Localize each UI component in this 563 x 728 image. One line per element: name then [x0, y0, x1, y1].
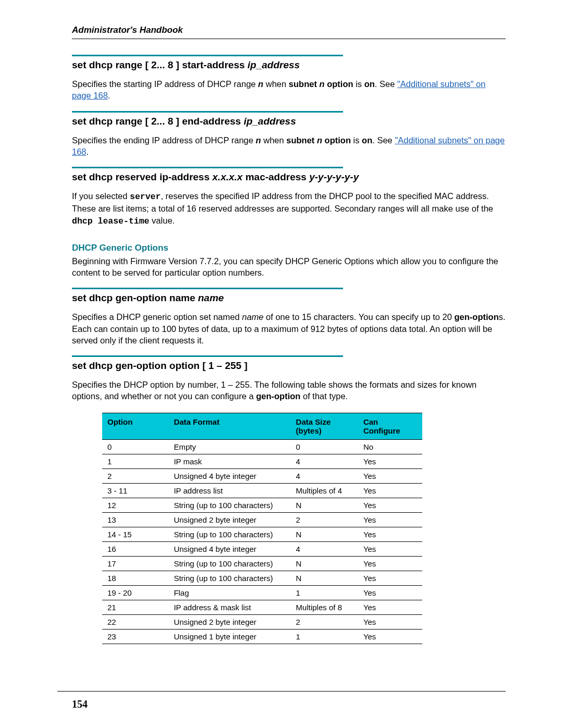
- table-cell: 12: [102, 498, 168, 512]
- page: Administrator's Handbook set dhcp range …: [0, 0, 563, 728]
- table-cell: 2: [291, 512, 358, 527]
- table-cell: Unsigned 4 byte integer: [168, 541, 290, 556]
- cmd-heading-gen-name: set dhcp gen-option name name: [72, 292, 506, 304]
- table-cell: 1: [291, 585, 358, 600]
- table-cell: Unsigned 2 byte integer: [168, 512, 290, 527]
- table-row: 19 - 20Flag1Yes: [102, 585, 422, 600]
- text: name: [242, 312, 263, 322]
- table-row: 3 - 11IP address listMultiples of 4Yes: [102, 483, 422, 498]
- text: Specifies a DHCP generic option set name…: [72, 312, 242, 322]
- cmd-arg: x.x.x.x: [212, 171, 242, 182]
- table-cell: 4: [291, 454, 358, 468]
- text: value.: [150, 216, 175, 225]
- table-row: 1IP mask4Yes: [102, 454, 422, 468]
- table-cell: N: [291, 498, 358, 512]
- section-rule: [72, 111, 343, 113]
- table-cell: Yes: [358, 468, 422, 483]
- text: .: [87, 147, 89, 156]
- table-cell: 0: [102, 439, 168, 454]
- th-can-configure: CanConfigure: [358, 413, 422, 439]
- text: is: [353, 79, 364, 89]
- text: subnet: [286, 135, 317, 145]
- table-cell: 23: [102, 629, 168, 644]
- cmd-text: set dhcp range [ 2... 8 ] end-address: [72, 116, 243, 127]
- table-row: 18String (up to 100 characters)NYes: [102, 571, 422, 585]
- table-cell: 19 - 20: [102, 585, 168, 600]
- cmd-text: set dhcp range [ 2... 8 ] start-address: [72, 59, 248, 70]
- table-row: 17String (up to 100 characters)NYes: [102, 556, 422, 571]
- table-cell: N: [291, 527, 358, 541]
- table-cell: IP mask: [168, 454, 290, 468]
- text: n: [258, 79, 263, 89]
- table-row: 12String (up to 100 characters)NYes: [102, 498, 422, 512]
- text: If you selected: [72, 191, 130, 201]
- table-cell: 1: [102, 454, 168, 468]
- text: when: [261, 135, 287, 145]
- table-cell: Yes: [358, 483, 422, 498]
- footer-rule: [57, 691, 506, 692]
- cmd-text: set dhcp gen-option name: [72, 292, 198, 303]
- text: gen-option: [455, 312, 499, 322]
- th-data-size: Data Size(bytes): [291, 413, 358, 439]
- section-rule: [72, 55, 343, 56]
- text: on: [362, 135, 372, 145]
- text: on: [364, 79, 375, 89]
- table-body: 0Empty0No1IP mask4Yes2Unsigned 4 byte in…: [102, 439, 422, 644]
- options-table-wrap: Option Data Format Data Size(bytes) CanC…: [102, 413, 422, 644]
- options-table: Option Data Format Data Size(bytes) CanC…: [102, 413, 422, 644]
- text: Specifies the starting IP address of DHC…: [72, 79, 258, 89]
- text: is: [351, 135, 362, 145]
- section-rule: [72, 288, 343, 289]
- text: when: [263, 79, 289, 89]
- cmd-text: set dhcp reserved ip-address: [72, 171, 212, 182]
- table-cell: Yes: [358, 527, 422, 541]
- table-cell: Yes: [358, 454, 422, 468]
- cmd-heading-reserved: set dhcp reserved ip-address x.x.x.x mac…: [72, 171, 506, 183]
- table-cell: 21: [102, 600, 168, 614]
- cmd-heading-gen-option: set dhcp gen-option option [ 1 – 255 ]: [72, 360, 506, 372]
- table-cell: 17: [102, 556, 168, 571]
- table-row: 14 - 15String (up to 100 characters)NYes: [102, 527, 422, 541]
- table-cell: No: [358, 439, 422, 454]
- table-row: 13Unsigned 2 byte integer2Yes: [102, 512, 422, 527]
- cmd-text: mac-address: [242, 171, 309, 182]
- text: . See: [372, 135, 395, 145]
- text: n: [256, 135, 261, 145]
- page-number: 154: [72, 698, 88, 710]
- body-paragraph: Beginning with Firmware Version 7.7.2, y…: [72, 255, 506, 279]
- cmd-heading-end-address: set dhcp range [ 2... 8 ] end-address ip…: [72, 116, 506, 127]
- table-cell: String (up to 100 characters): [168, 556, 290, 571]
- text: n: [319, 79, 324, 89]
- table-cell: Unsigned 1 byte integer: [168, 629, 290, 644]
- th-option: Option: [102, 413, 168, 439]
- table-cell: IP address list: [168, 483, 290, 498]
- text: Specifies the ending IP address of DHCP …: [72, 135, 256, 145]
- table-cell: IP address & mask list: [168, 600, 290, 614]
- text: option: [325, 79, 353, 89]
- text: n: [317, 135, 322, 145]
- table-cell: Yes: [358, 512, 422, 527]
- table-cell: Unsigned 4 byte integer: [168, 468, 290, 483]
- table-cell: 14 - 15: [102, 527, 168, 541]
- table-header-row: Option Data Format Data Size(bytes) CanC…: [102, 413, 422, 439]
- table-cell: Flag: [168, 585, 290, 600]
- table-cell: Empty: [168, 439, 290, 454]
- table-cell: N: [291, 571, 358, 585]
- table-cell: 18: [102, 571, 168, 585]
- table-cell: String (up to 100 characters): [168, 527, 290, 541]
- text: option: [322, 135, 351, 145]
- table-cell: String (up to 100 characters): [168, 571, 290, 585]
- table-cell: Yes: [358, 585, 422, 600]
- table-cell: Yes: [358, 571, 422, 585]
- text: of that type.: [300, 391, 348, 401]
- cmd-arg: name: [198, 292, 224, 303]
- table-row: 0Empty0No: [102, 439, 422, 454]
- table-cell: Yes: [358, 556, 422, 571]
- table-cell: N: [291, 556, 358, 571]
- table-row: 22Unsigned 2 byte integer2Yes: [102, 614, 422, 629]
- table-cell: 22: [102, 614, 168, 629]
- table-cell: Unsigned 2 byte integer: [168, 614, 290, 629]
- table-cell: Yes: [358, 614, 422, 629]
- cmd-arg: ip_address: [248, 59, 300, 70]
- body-paragraph: If you selected server, reserves the spe…: [72, 190, 506, 227]
